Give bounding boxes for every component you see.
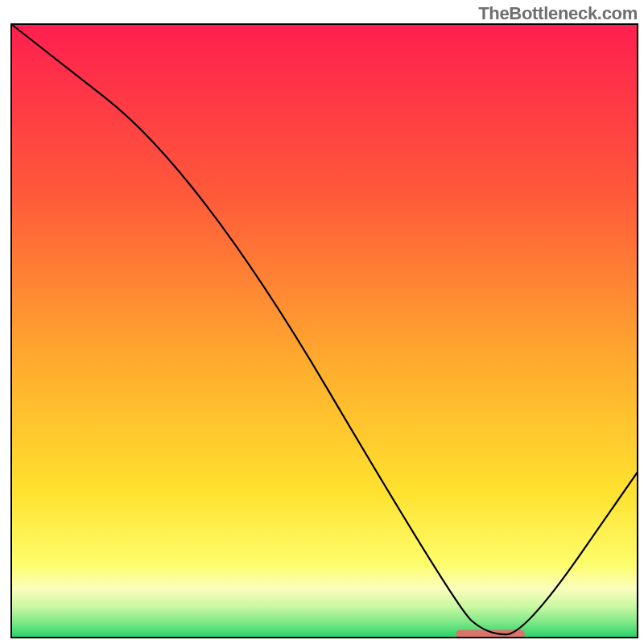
watermark-text: TheBottleneck.com bbox=[478, 3, 638, 24]
bottleneck-chart bbox=[0, 0, 644, 644]
plot-background bbox=[11, 24, 638, 638]
